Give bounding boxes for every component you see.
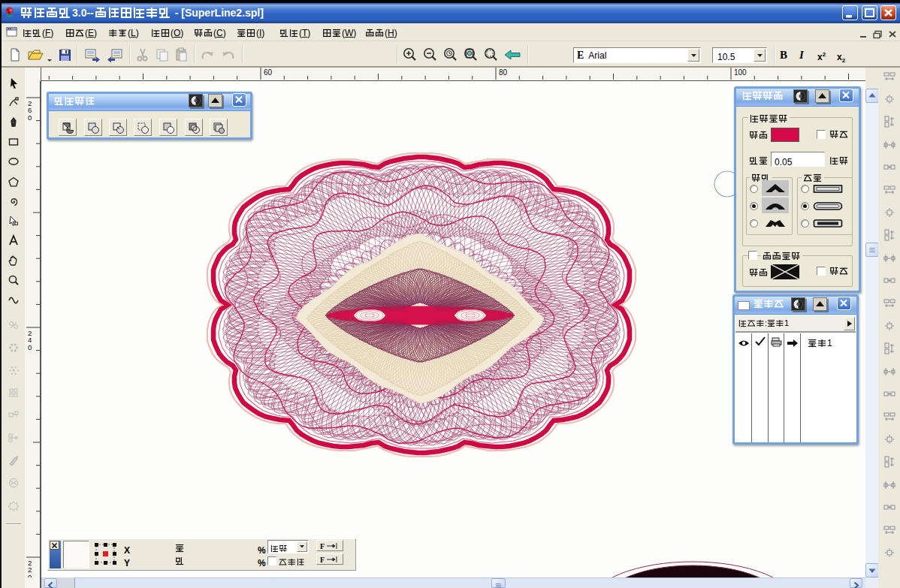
svg-text:0: 0 xyxy=(28,113,32,122)
svg-text:80: 80 xyxy=(499,68,508,77)
svg-text:100: 100 xyxy=(734,68,747,77)
svg-text:0: 0 xyxy=(28,343,32,351)
svg-text:F: F xyxy=(320,556,325,563)
svg-text:0: 0 xyxy=(28,573,32,577)
svg-text:F: F xyxy=(320,542,325,550)
svg-text:60: 60 xyxy=(264,68,273,77)
